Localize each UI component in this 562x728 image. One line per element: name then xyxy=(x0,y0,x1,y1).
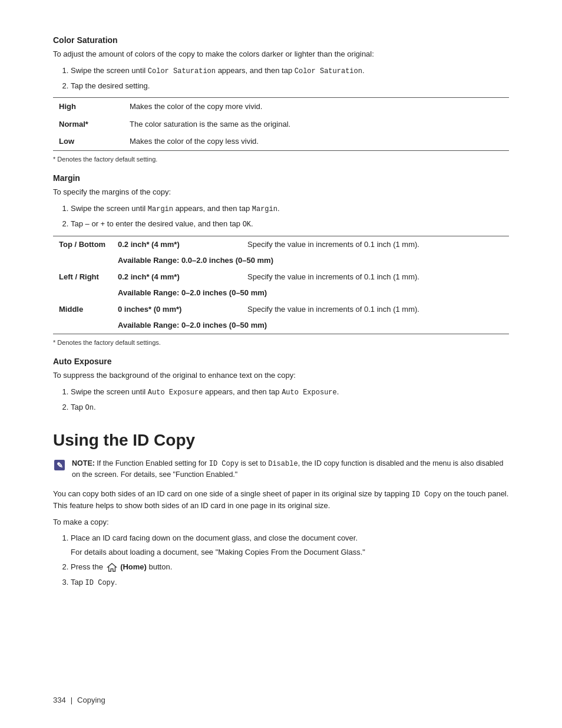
code-auto-exposure-2: Auto Exposure xyxy=(282,388,337,397)
color-saturation-steps: Swipe the screen until Color Saturation … xyxy=(71,65,509,92)
id-copy-step-1-sub: For details about loading a document, se… xyxy=(71,546,509,558)
auto-exposure-step-1: Swipe the screen until Auto Exposure app… xyxy=(71,386,509,398)
code-disable: Disable xyxy=(268,460,297,468)
table-row: Available Range: 0–2.0 inches (0–50 mm) xyxy=(53,285,509,301)
table-row: Low Makes the color of the copy less viv… xyxy=(53,133,509,150)
table-row: Left / Right 0.2 inch* (4 mm*) Specify t… xyxy=(53,269,509,285)
auto-exposure-heading: Auto Exposure xyxy=(53,357,509,366)
margin-label-lr: Left / Right xyxy=(53,269,112,285)
id-copy-step-1: Place an ID card facing down on the docu… xyxy=(71,532,509,558)
code-id-copy-note: ID Copy xyxy=(209,460,239,468)
margin-label-top-avail xyxy=(53,252,112,269)
id-copy-step-3: Tap ID Copy. xyxy=(71,577,509,588)
code-margin-2: Margin xyxy=(252,205,277,213)
margin-desc-top: Specify the value in increments of 0.1 i… xyxy=(242,236,509,252)
margin-desc-mid: Specify the value in increments of 0.1 i… xyxy=(242,301,509,318)
margin-avail-lr: Available Range: 0–2.0 inches (0–50 mm) xyxy=(112,285,509,301)
color-saturation-step-1: Swipe the screen until Color Saturation … xyxy=(71,65,509,77)
margin-step-1: Swipe the screen until Margin appears, a… xyxy=(71,203,509,215)
home-label: (Home) xyxy=(120,562,147,571)
id-copy-step-2: Press the (Home) button. xyxy=(71,561,509,573)
table-cell-desc: Makes the color of the copy more vivid. xyxy=(124,98,509,116)
color-saturation-step-2: Tap the desired setting. xyxy=(71,80,509,92)
note-text: NOTE: If the Function Enabled setting fo… xyxy=(72,458,509,480)
code-color-saturation-1: Color Saturation xyxy=(148,67,216,75)
margin-steps: Swipe the screen until Margin appears, a… xyxy=(71,203,509,230)
auto-exposure-steps: Swipe the screen until Auto Exposure app… xyxy=(71,386,509,413)
margin-avail-top: Available Range: 0.0–2.0 inches (0–50 mm… xyxy=(112,252,509,269)
table-cell-desc: Makes the color of the copy less vivid. xyxy=(124,133,509,150)
home-icon xyxy=(107,562,117,573)
table-row: Middle 0 inches* (0 mm*) Specify the val… xyxy=(53,301,509,318)
table-cell-label: Low xyxy=(53,133,124,150)
svg-text:✎: ✎ xyxy=(57,460,63,469)
color-saturation-table: High Makes the color of the copy more vi… xyxy=(53,97,509,151)
table-cell-desc: The color saturation is the same as the … xyxy=(124,116,509,133)
code-id-copy-inline: ID Copy xyxy=(412,490,441,499)
margin-label-top: Top / Bottom xyxy=(53,236,112,252)
note-icon: ✎ xyxy=(53,459,66,472)
color-saturation-heading: Color Saturation xyxy=(53,35,509,45)
margin-footnote: * Denotes the factory default settings. xyxy=(53,338,509,348)
margin-desc-lr: Specify the value in increments of 0.1 i… xyxy=(242,269,509,285)
note-box: ✎ NOTE: If the Function Enabled setting … xyxy=(53,458,509,480)
table-row: Normal* The color saturation is the same… xyxy=(53,116,509,133)
margin-avail-mid: Available Range: 0–2.0 inches (0–50 mm) xyxy=(112,317,509,334)
margin-label-mid: Middle xyxy=(53,301,112,318)
id-copy-steps: Place an ID card facing down on the docu… xyxy=(71,532,509,588)
footer-divider: | xyxy=(71,696,72,704)
auto-exposure-intro: To suppress the background of the origin… xyxy=(53,370,509,381)
id-copy-para2: To make a copy: xyxy=(53,516,509,528)
page-number: 334 xyxy=(53,696,66,704)
margin-value-mid: 0 inches* (0 mm*) xyxy=(112,301,242,318)
page-footer: 334 | Copying xyxy=(53,696,105,704)
margin-label-mid-avail xyxy=(53,317,112,334)
margin-step-2: Tap – or + to enter the desired value, a… xyxy=(71,218,509,230)
table-row: Available Range: 0–2.0 inches (0–50 mm) xyxy=(53,317,509,334)
id-copy-para1: You can copy both sides of an ID card on… xyxy=(53,488,509,512)
margin-heading: Margin xyxy=(53,173,509,183)
auto-exposure-step-2: Tap On. xyxy=(71,401,509,413)
id-copy-heading: Using the ID Copy xyxy=(53,431,509,450)
margin-table: Top / Bottom 0.2 inch* (4 mm*) Specify t… xyxy=(53,236,509,334)
table-cell-label: High xyxy=(53,98,124,116)
code-on: On xyxy=(85,404,94,412)
code-margin-1: Margin xyxy=(148,205,173,213)
table-row: High Makes the color of the copy more vi… xyxy=(53,98,509,116)
footer-section: Copying xyxy=(77,696,105,704)
margin-value-lr: 0.2 inch* (4 mm*) xyxy=(112,269,242,285)
margin-label-lr-avail xyxy=(53,285,112,301)
code-auto-exposure-1: Auto Exposure xyxy=(148,388,203,397)
table-cell-label: Normal* xyxy=(53,116,124,133)
code-color-saturation-2: Color Saturation xyxy=(295,67,362,75)
margin-value-top: 0.2 inch* (4 mm*) xyxy=(112,236,242,252)
margin-intro: To specify the margins of the copy: xyxy=(53,186,509,198)
table-row: Available Range: 0.0–2.0 inches (0–50 mm… xyxy=(53,252,509,269)
code-ok: OK xyxy=(243,220,251,229)
color-saturation-intro: To adjust the amount of colors of the co… xyxy=(53,48,509,60)
table-row: Top / Bottom 0.2 inch* (4 mm*) Specify t… xyxy=(53,236,509,252)
note-label: NOTE: xyxy=(72,459,95,467)
color-saturation-footnote: * Denotes the factory default setting. xyxy=(53,154,509,164)
code-id-copy-tap: ID Copy xyxy=(85,579,115,587)
